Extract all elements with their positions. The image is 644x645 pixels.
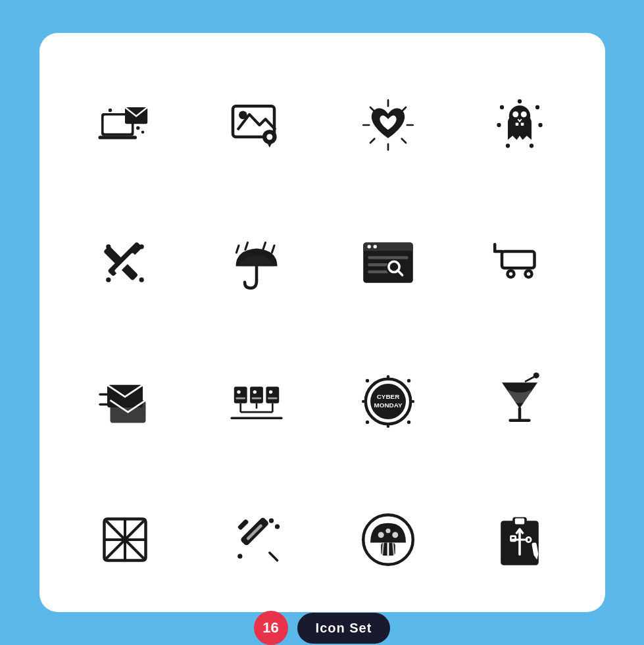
svg-point-34 — [106, 244, 111, 249]
svg-point-82 — [365, 421, 368, 424]
main-card: CYBER MONDAY — [39, 33, 605, 612]
svg-point-5 — [136, 126, 139, 130]
svg-point-61 — [526, 272, 530, 276]
svg-point-71 — [268, 390, 272, 394]
svg-line-39 — [236, 245, 239, 253]
svg-rect-31 — [520, 122, 524, 126]
svg-point-70 — [253, 390, 256, 394]
hearts-icon — [329, 66, 447, 184]
svg-rect-55 — [502, 251, 535, 268]
syringe-icon — [197, 480, 316, 599]
svg-point-83 — [407, 421, 410, 424]
svg-point-95 — [533, 373, 539, 378]
svg-point-113 — [378, 532, 384, 538]
svg-text:MONDAY: MONDAY — [374, 401, 402, 409]
icons-grid: CYBER MONDAY — [66, 59, 579, 599]
svg-point-25 — [505, 143, 509, 147]
count-badge: 16 — [254, 611, 288, 645]
svg-point-6 — [141, 131, 144, 134]
svg-point-27 — [508, 105, 530, 126]
cocktail-icon — [460, 342, 579, 461]
svg-rect-73 — [251, 398, 260, 400]
svg-rect-67 — [250, 387, 263, 403]
tools-pencil-icon — [66, 204, 184, 322]
svg-point-22 — [497, 123, 501, 127]
mushroom-icon — [329, 480, 447, 599]
svg-rect-2 — [98, 136, 137, 139]
email-laptop-icon — [66, 66, 184, 184]
svg-point-103 — [237, 554, 242, 559]
svg-rect-106 — [237, 519, 249, 530]
svg-point-29 — [520, 111, 526, 117]
svg-line-42 — [272, 245, 274, 253]
svg-point-114 — [392, 532, 398, 538]
svg-point-23 — [538, 123, 542, 127]
svg-line-40 — [245, 243, 247, 250]
search-browser-icon — [329, 204, 447, 322]
svg-point-37 — [106, 278, 111, 282]
clipboard-usb-icon — [460, 480, 579, 599]
svg-rect-49 — [368, 256, 408, 259]
svg-point-48 — [373, 245, 376, 248]
crate-box-icon — [66, 480, 184, 599]
svg-line-17 — [401, 139, 405, 143]
svg-point-8 — [239, 111, 247, 119]
svg-line-94 — [526, 376, 535, 381]
svg-point-60 — [508, 272, 512, 276]
svg-point-4 — [108, 109, 111, 112]
svg-marker-11 — [266, 140, 273, 147]
svg-rect-30 — [515, 122, 518, 126]
email-send-icon — [66, 342, 184, 461]
svg-rect-66 — [234, 387, 247, 403]
svg-point-10 — [266, 134, 272, 140]
svg-point-35 — [139, 278, 143, 282]
svg-point-21 — [535, 105, 539, 109]
svg-point-28 — [512, 111, 518, 117]
cart-icon — [460, 204, 579, 322]
server-network-icon — [197, 342, 316, 461]
svg-point-26 — [529, 143, 533, 147]
svg-rect-74 — [268, 398, 277, 400]
svg-point-69 — [237, 390, 240, 394]
umbrella-rain-icon — [197, 204, 316, 322]
svg-point-102 — [274, 525, 279, 529]
svg-point-80 — [365, 379, 368, 382]
svg-point-36 — [139, 244, 143, 249]
svg-point-81 — [407, 379, 410, 382]
set-label-badge: Icon Set — [297, 613, 391, 644]
svg-point-24 — [517, 99, 521, 103]
svg-line-19 — [370, 139, 374, 143]
svg-line-105 — [269, 553, 277, 561]
cyber-monday-icon: CYBER MONDAY — [329, 342, 447, 461]
svg-point-101 — [268, 519, 273, 523]
svg-rect-68 — [266, 387, 279, 403]
svg-rect-118 — [514, 519, 524, 525]
svg-rect-72 — [235, 398, 245, 400]
badge-row: 16 Icon Set — [254, 611, 391, 645]
svg-point-115 — [385, 529, 390, 533]
svg-line-41 — [262, 243, 265, 250]
ghost-skull-icon — [460, 66, 579, 184]
svg-text:CYBER: CYBER — [376, 393, 399, 400]
svg-point-20 — [499, 105, 503, 109]
image-location-icon — [197, 66, 316, 184]
svg-point-47 — [367, 245, 370, 248]
